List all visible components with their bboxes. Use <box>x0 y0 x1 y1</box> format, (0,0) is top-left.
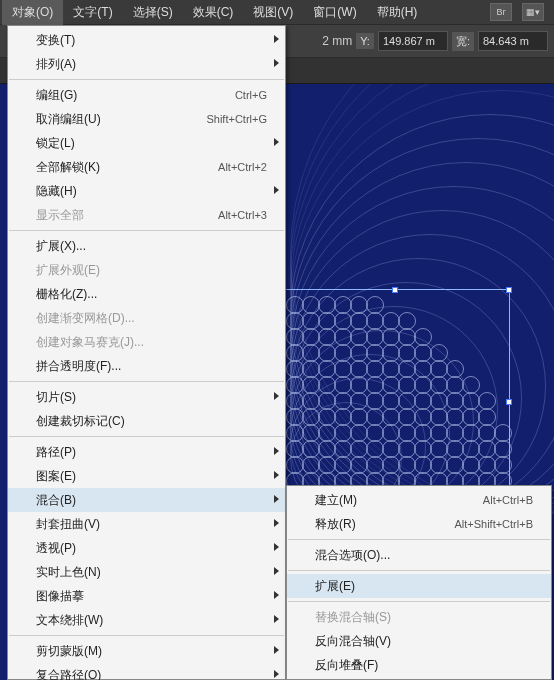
menu-item[interactable]: 复合路径(O) <box>8 663 285 680</box>
blend-submenu: 建立(M)Alt+Ctrl+B释放(R)Alt+Shift+Ctrl+B混合选项… <box>286 485 552 680</box>
menu-item[interactable]: 实时上色(N) <box>8 560 285 584</box>
menu-item-label: 显示全部 <box>36 207 218 224</box>
menu-item-label: 排列(A) <box>36 56 267 73</box>
menu-item[interactable]: 剪切蒙版(M) <box>8 639 285 663</box>
menu-item: 创建渐变网格(D)... <box>8 306 285 330</box>
menu-item[interactable]: 锁定(L) <box>8 131 285 155</box>
handle-tr[interactable] <box>506 287 512 293</box>
menu-item[interactable]: 隐藏(H) <box>8 179 285 203</box>
menu-window[interactable]: 窗口(W) <box>303 0 366 25</box>
menu-item-label: 切片(S) <box>36 389 267 406</box>
submenu-arrow-icon <box>274 567 279 575</box>
menu-shortcut: Alt+Ctrl+3 <box>218 209 267 221</box>
submenu-item[interactable]: 建立(M)Alt+Ctrl+B <box>287 488 551 512</box>
menu-item[interactable]: 创建裁切标记(C) <box>8 409 285 433</box>
menu-help[interactable]: 帮助(H) <box>367 0 428 25</box>
menu-item[interactable]: 路径(P) <box>8 440 285 464</box>
submenu-item-label: 替换混合轴(S) <box>315 609 533 626</box>
submenu-item[interactable]: 释放(R)Alt+Shift+Ctrl+B <box>287 512 551 536</box>
menu-text[interactable]: 文字(T) <box>63 0 122 25</box>
menubar-right: Br ▦▾ <box>490 3 552 21</box>
menu-item-label: 图像描摹 <box>36 588 267 605</box>
submenu-arrow-icon <box>274 646 279 654</box>
submenu-item-label: 混合选项(O)... <box>315 547 533 564</box>
submenu-arrow-icon <box>274 519 279 527</box>
menu-item[interactable]: 栅格化(Z)... <box>8 282 285 306</box>
submenu-arrow-icon <box>274 495 279 503</box>
menu-item-label: 全部解锁(K) <box>36 159 218 176</box>
y-label: Y: <box>356 33 374 49</box>
bridge-icon[interactable]: Br <box>490 3 512 21</box>
w-field[interactable] <box>478 31 548 51</box>
menu-item-label: 锁定(L) <box>36 135 267 152</box>
menu-item[interactable]: 排列(A) <box>8 52 285 76</box>
submenu-item: 替换混合轴(S) <box>287 605 551 629</box>
submenu-item[interactable]: 混合选项(O)... <box>287 543 551 567</box>
menu-item-label: 文本绕排(W) <box>36 612 267 629</box>
menu-item-label: 图案(E) <box>36 468 267 485</box>
menu-item: 扩展外观(E) <box>8 258 285 282</box>
w-label: 宽: <box>452 32 474 51</box>
menu-item[interactable]: 文本绕排(W) <box>8 608 285 632</box>
menu-item-label: 封套扭曲(V) <box>36 516 267 533</box>
submenu-shortcut: Alt+Shift+Ctrl+B <box>454 518 533 530</box>
submenu-arrow-icon <box>274 615 279 623</box>
menu-select[interactable]: 选择(S) <box>123 0 183 25</box>
submenu-arrow-icon <box>274 35 279 43</box>
submenu-item-label: 建立(M) <box>315 492 483 509</box>
menu-item: 显示全部Alt+Ctrl+3 <box>8 203 285 227</box>
menu-item-label: 扩展(X)... <box>36 238 267 255</box>
menu-item[interactable]: 切片(S) <box>8 385 285 409</box>
submenu-arrow-icon <box>274 471 279 479</box>
menu-item-label: 实时上色(N) <box>36 564 267 581</box>
menu-item[interactable]: 图案(E) <box>8 464 285 488</box>
object-menu-dropdown: 变换(T)排列(A)编组(G)Ctrl+G取消编组(U)Shift+Ctrl+G… <box>7 25 286 680</box>
menu-item[interactable]: 扩展(X)... <box>8 234 285 258</box>
submenu-item[interactable]: 扩展(E) <box>287 574 551 598</box>
menu-item-label: 创建裁切标记(C) <box>36 413 267 430</box>
submenu-item-label: 反向混合轴(V) <box>315 633 533 650</box>
menu-item[interactable]: 透视(P) <box>8 536 285 560</box>
handle-tc[interactable] <box>392 287 398 293</box>
menu-item-label: 剪切蒙版(M) <box>36 643 267 660</box>
menu-item-label: 扩展外观(E) <box>36 262 267 279</box>
menu-item: 创建对象马赛克(J)... <box>8 330 285 354</box>
menu-item[interactable]: 全部解锁(K)Alt+Ctrl+2 <box>8 155 285 179</box>
menu-item-label: 创建对象马赛克(J)... <box>36 334 267 351</box>
submenu-arrow-icon <box>274 59 279 67</box>
submenu-shortcut: Alt+Ctrl+B <box>483 494 533 506</box>
menu-item-label: 变换(T) <box>36 32 267 49</box>
menu-object[interactable]: 对象(O) <box>2 0 63 25</box>
menu-item[interactable]: 编组(G)Ctrl+G <box>8 83 285 107</box>
submenu-arrow-icon <box>274 543 279 551</box>
menu-item-label: 复合路径(O) <box>36 667 267 681</box>
menu-item[interactable]: 图像描摹 <box>8 584 285 608</box>
menu-view[interactable]: 视图(V) <box>243 0 303 25</box>
menu-shortcut: Ctrl+G <box>235 89 267 101</box>
menu-shortcut: Alt+Ctrl+2 <box>218 161 267 173</box>
handle-mr[interactable] <box>506 399 512 405</box>
submenu-arrow-icon <box>274 138 279 146</box>
menu-item[interactable]: 混合(B) <box>8 488 285 512</box>
x-value-tail: 2 mm <box>322 34 352 48</box>
menu-item[interactable]: 变换(T) <box>8 28 285 52</box>
submenu-arrow-icon <box>274 670 279 678</box>
submenu-arrow-icon <box>274 392 279 400</box>
menu-item-label: 混合(B) <box>36 492 267 509</box>
menu-item-label: 拼合透明度(F)... <box>36 358 267 375</box>
y-field[interactable] <box>378 31 448 51</box>
menu-item-label: 透视(P) <box>36 540 267 557</box>
menu-effect[interactable]: 效果(C) <box>183 0 244 25</box>
submenu-arrow-icon <box>274 591 279 599</box>
submenu-item[interactable]: 反向混合轴(V) <box>287 629 551 653</box>
menu-item[interactable]: 封套扭曲(V) <box>8 512 285 536</box>
menu-item[interactable]: 取消编组(U)Shift+Ctrl+G <box>8 107 285 131</box>
menubar: 对象(O) 文字(T) 选择(S) 效果(C) 视图(V) 窗口(W) 帮助(H… <box>0 0 554 24</box>
menu-item-label: 栅格化(Z)... <box>36 286 267 303</box>
menu-item-label: 取消编组(U) <box>36 111 206 128</box>
submenu-arrow-icon <box>274 447 279 455</box>
selection-bounds <box>280 289 510 514</box>
arrange-docs-icon[interactable]: ▦▾ <box>522 3 544 21</box>
submenu-item[interactable]: 反向堆叠(F) <box>287 653 551 677</box>
menu-item[interactable]: 拼合透明度(F)... <box>8 354 285 378</box>
